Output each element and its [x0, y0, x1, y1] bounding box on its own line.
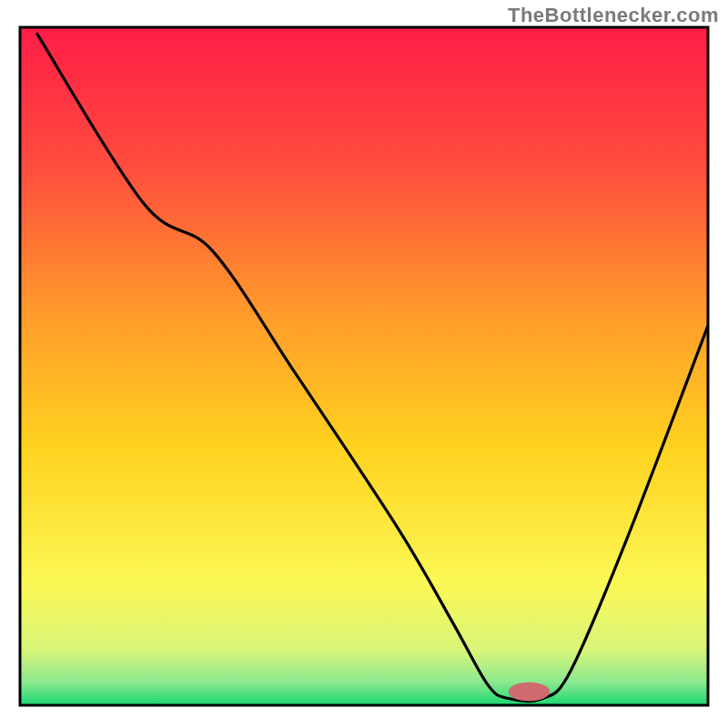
optimal-marker	[509, 682, 550, 702]
bottleneck-chart	[0, 0, 728, 728]
watermark-label: TheBottlenecker.com	[508, 4, 719, 27]
chart-container: TheBottlenecker.com	[0, 0, 728, 728]
gradient-background	[20, 27, 708, 705]
